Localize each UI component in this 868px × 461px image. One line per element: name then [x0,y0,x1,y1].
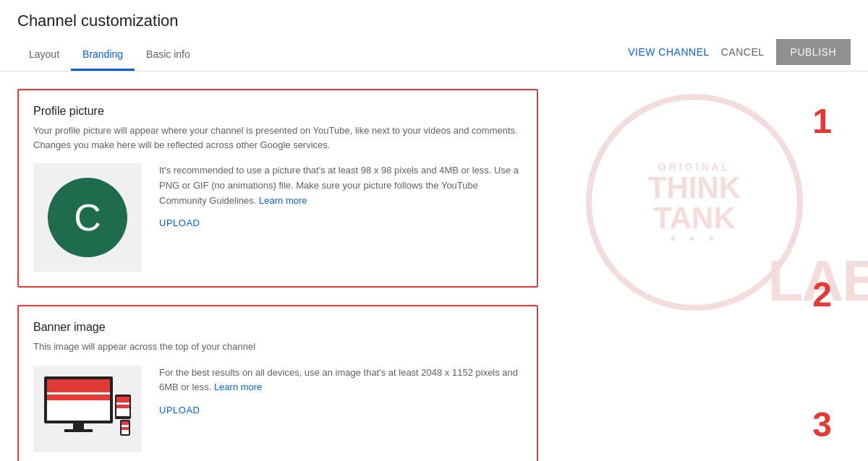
tabs: Layout Branding Basic info [17,40,202,71]
svg-rect-4 [73,423,84,429]
banner-image-section: Banner image This image will appear acro… [17,305,538,461]
section-number-2: 2 [812,275,832,314]
tab-branding[interactable]: Branding [71,40,135,71]
banner-image-upload-button[interactable]: UPLOAD [159,405,200,415]
tabs-row: Layout Branding Basic info VIEW CHANNEL … [17,39,851,71]
left-content: Profile picture Your profile picture wil… [17,89,538,461]
svg-rect-3 [47,395,110,400]
tab-layout[interactable]: Layout [17,40,71,71]
profile-picture-container: C [33,163,142,272]
page-header: Channel customization Layout Branding Ba… [0,0,868,72]
svg-rect-12 [122,421,129,425]
header-actions: VIEW CHANNEL CANCEL PUBLISH [628,39,851,71]
banner-image-body: For the best results on all devices, use… [33,366,522,452]
svg-rect-9 [116,405,129,408]
banner-illustration [37,373,138,445]
svg-rect-2 [47,379,110,392]
svg-rect-8 [116,397,129,402]
profile-picture-info: It's recommended to use a picture that's… [159,163,522,228]
main-content: Profile picture Your profile picture wil… [0,72,868,461]
banner-image-container [33,366,142,452]
avatar: C [48,178,127,257]
profile-picture-upload-button[interactable]: UPLOAD [159,217,200,228]
banner-image-title: Banner image [33,321,522,334]
section-number-3: 3 [812,405,832,444]
tab-basic-info[interactable]: Basic info [135,40,202,71]
profile-picture-learn-more[interactable]: Learn more [259,195,307,206]
section-number-1: 1 [812,101,832,141]
banner-image-desc: This image will appear across the top of… [33,340,522,354]
profile-picture-section: Profile picture Your profile picture wil… [17,89,538,288]
profile-picture-body: C It's recommended to use a picture that… [33,163,522,272]
publish-button[interactable]: PUBLISH [776,39,851,65]
avatar-letter: C [74,196,101,239]
page-wrapper: Channel customization Layout Branding Ba… [0,0,868,461]
svg-rect-13 [122,427,129,430]
banner-image-learn-more[interactable]: Learn more [214,382,262,392]
svg-rect-5 [64,429,93,432]
banner-image-info: For the best results on all devices, use… [159,366,522,416]
profile-picture-recommendation: It's recommended to use a picture that's… [159,163,522,208]
profile-picture-desc: Your profile picture will appear where y… [33,124,522,152]
page-title: Channel customization [17,12,851,30]
banner-image-recommendation: For the best results on all devices, use… [159,366,522,396]
profile-picture-title: Profile picture [33,105,522,118]
cancel-button[interactable]: CANCEL [721,46,765,58]
view-channel-button[interactable]: VIEW CHANNEL [628,46,710,58]
